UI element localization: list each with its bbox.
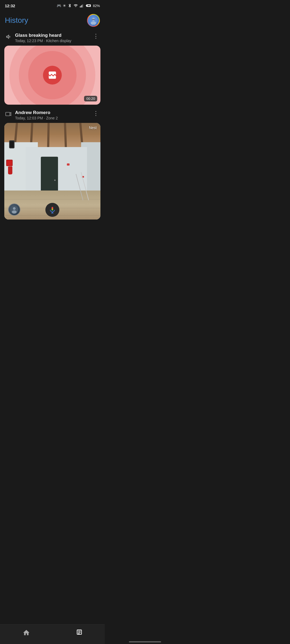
visitor-avatar-svg	[10, 206, 18, 214]
svg-point-11	[13, 207, 16, 210]
page-title: History	[5, 16, 28, 25]
door-knob	[54, 180, 56, 181]
fire-safety-box	[6, 160, 13, 166]
speaker-icon	[5, 33, 12, 41]
event-meta-1: Today, 12:23 PM · Kitchen display	[15, 39, 71, 43]
wifi-icon	[74, 3, 78, 8]
video-duration-badge: 00:20	[84, 96, 97, 101]
game-icon: 🎮	[57, 3, 61, 8]
svg-rect-0	[80, 6, 80, 8]
google-assistant-button[interactable]	[45, 203, 59, 217]
svg-rect-2	[82, 5, 82, 7]
event-title-2: Andrew Romero	[15, 110, 58, 115]
content-area: Glass breaking heard Today, 12:23 PM · K…	[0, 31, 105, 227]
slack-icon: ✳	[63, 3, 66, 8]
status-bar: 12:32 🎮 ✳ 82%	[0, 0, 105, 10]
more-menu-button-1[interactable]: ⋮	[92, 33, 100, 40]
status-icons: 🎮 ✳ 82%	[57, 3, 100, 9]
event-text-2: Andrew Romero Today, 12:03 PM · Zone 2	[15, 110, 58, 120]
event-info-2: Andrew Romero Today, 12:03 PM · Zone 2	[5, 110, 92, 120]
avatar-image	[88, 15, 99, 26]
svg-rect-3	[82, 4, 83, 8]
avatar[interactable]	[87, 14, 100, 27]
battery-icon	[85, 3, 91, 9]
more-menu-button-2[interactable]: ⋮	[92, 110, 100, 117]
visitor-avatar-inner	[9, 204, 20, 215]
fire-extinguisher	[8, 166, 12, 174]
event-title-1: Glass breaking heard	[15, 33, 71, 38]
avatar-svg	[89, 16, 98, 25]
event-meta-2: Today, 12:03 PM · Zone 2	[15, 116, 58, 120]
status-time: 12:32	[5, 3, 15, 8]
battery-percentage: 82%	[93, 4, 100, 8]
event-text-1: Glass breaking heard Today, 12:23 PM · K…	[15, 33, 71, 43]
header: History	[0, 10, 105, 31]
event-info-1: Glass breaking heard Today, 12:23 PM · K…	[5, 33, 92, 43]
bluetooth-icon	[68, 3, 72, 8]
svg-point-12	[12, 210, 17, 214]
event-card-2: Andrew Romero Today, 12:03 PM · Zone 2 ⋮	[4, 110, 100, 219]
svg-rect-1	[81, 6, 81, 8]
event-header-2: Andrew Romero Today, 12:03 PM · Zone 2 ⋮	[4, 110, 100, 120]
signal-icon	[79, 3, 84, 8]
nest-badge: Nest	[89, 126, 97, 130]
floor-board-1	[4, 199, 100, 199]
event-header-1: Glass breaking heard Today, 12:23 PM · K…	[4, 33, 100, 43]
sound-event-thumbnail[interactable]: 00:20	[4, 46, 100, 105]
broken-image-icon	[43, 66, 62, 85]
visitor-avatar	[8, 203, 20, 216]
camera-event-thumbnail[interactable]: Nest	[4, 123, 100, 219]
google-assistant-mic-icon	[49, 206, 56, 214]
svg-rect-14	[52, 207, 53, 209]
event-card-1: Glass breaking heard Today, 12:23 PM · K…	[4, 33, 100, 105]
alarm-device-1	[67, 163, 70, 166]
light-fixture	[9, 140, 15, 148]
camera-icon	[5, 111, 12, 119]
svg-rect-17	[52, 210, 53, 211]
